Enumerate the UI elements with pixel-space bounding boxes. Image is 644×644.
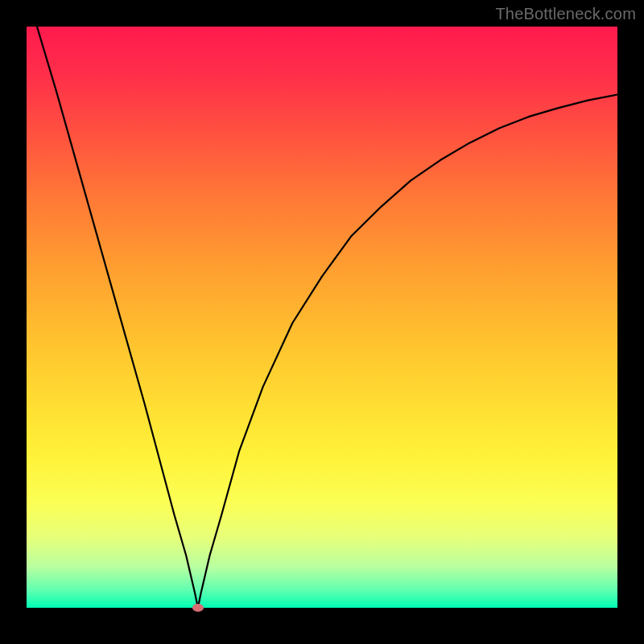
attribution-text: TheBottleneck.com xyxy=(495,5,636,23)
chart-frame: TheBottleneck.com xyxy=(0,0,644,644)
optimum-marker xyxy=(192,604,204,612)
curve-layer xyxy=(27,27,617,608)
bottleneck-curve xyxy=(27,0,617,608)
plot-area xyxy=(27,27,617,608)
